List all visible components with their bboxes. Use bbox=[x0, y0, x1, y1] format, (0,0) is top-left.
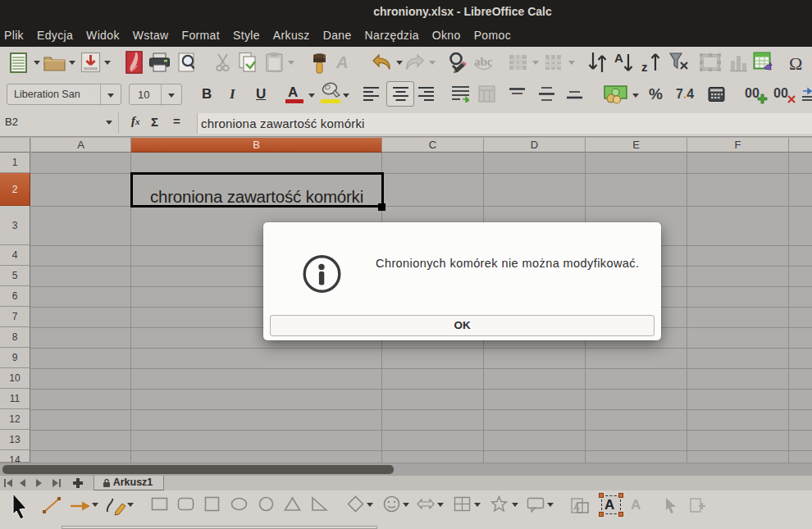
svg-text:A: A bbox=[614, 51, 623, 65]
svg-text:z: z bbox=[641, 60, 648, 74]
